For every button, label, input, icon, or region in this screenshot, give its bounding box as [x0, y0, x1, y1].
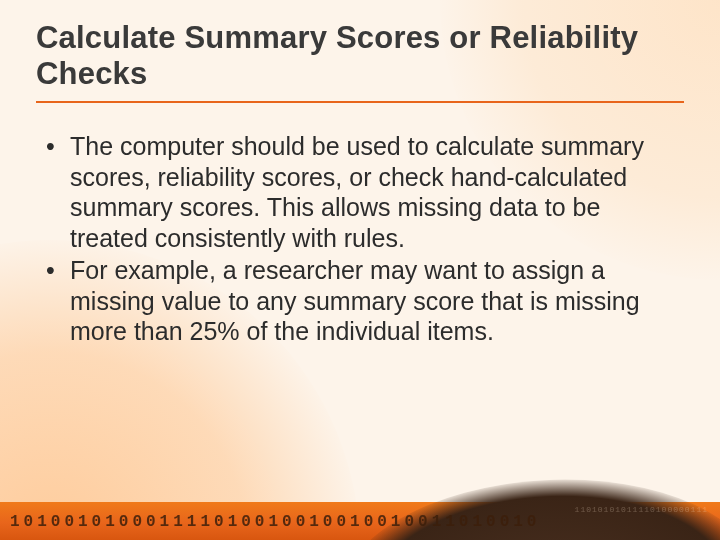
binary-text-main: 101001010001111010010010010010011010010: [10, 513, 540, 531]
footer-decoration: 101001010001111010010010010010011010010 …: [0, 492, 720, 540]
slide-content: Calculate Summary Scores or Reliability …: [0, 0, 720, 347]
bullet-item: For example, a researcher may want to as…: [70, 255, 674, 347]
binary-text-faint: 11010101011110100000111: [575, 505, 708, 514]
slide-title: Calculate Summary Scores or Reliability …: [36, 20, 684, 103]
bullet-item: The computer should be used to calculate…: [70, 131, 674, 253]
bullet-list: The computer should be used to calculate…: [36, 131, 684, 347]
binary-digits-dark: 101001010001111010010010010010011010010: [10, 513, 540, 531]
